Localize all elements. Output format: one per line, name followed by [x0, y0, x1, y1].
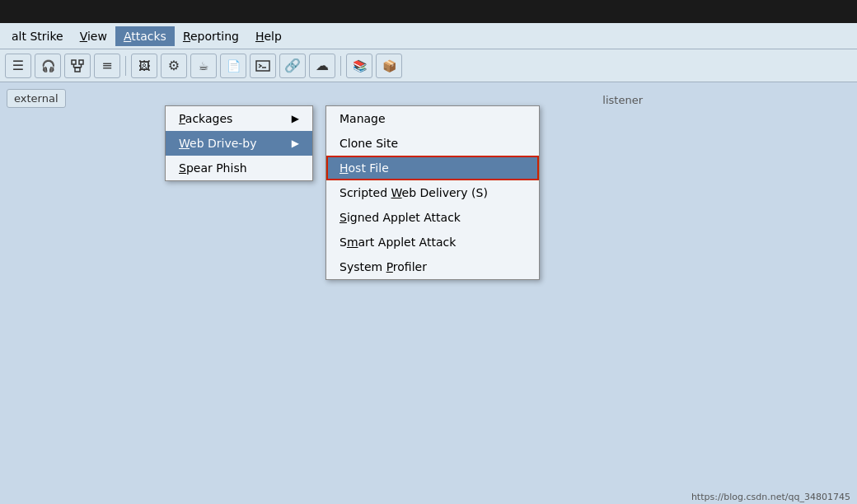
toolbar-link-btn[interactable]: 🔗	[279, 54, 306, 78]
listener-label: listener	[602, 94, 643, 106]
toolbar: ☰ 🎧 ≡ 🖼 ⚙ ☕ 📄 🔗 ☁ 📚 📦	[0, 49, 857, 82]
menu-item-attacks[interactable]: Attacks	[115, 26, 175, 46]
toolbar-menu-btn[interactable]: ☰	[5, 54, 31, 78]
wdb-manage[interactable]: Manage	[326, 106, 539, 131]
svg-rect-7	[256, 61, 269, 71]
toolbar-cloud-btn[interactable]: ☁	[309, 54, 335, 78]
toolbar-coffee-btn[interactable]: ☕	[190, 54, 217, 78]
wdb-scripted-web-delivery[interactable]: Scripted Web Delivery (S)	[326, 180, 539, 205]
toolbar-headphones-btn[interactable]: 🎧	[35, 54, 61, 78]
external-label: external	[7, 89, 66, 108]
packages-arrow: ▶	[292, 113, 299, 124]
main-content: external listener Packages ▶ Web Drive-b…	[0, 82, 857, 504]
toolbar-terminal-btn[interactable]	[250, 54, 276, 78]
statusbar: https://blog.csdn.net/qq_34801745	[685, 490, 857, 504]
menu-item-cobalt-strike[interactable]: alt Strike	[3, 26, 72, 46]
toolbar-image-btn[interactable]: 🖼	[131, 54, 157, 78]
titlebar	[0, 0, 857, 23]
menu-item-view[interactable]: View	[72, 26, 115, 46]
toolbar-sep-1	[125, 56, 126, 76]
attacks-spear-phish[interactable]: Spear Phish	[166, 156, 312, 180]
menu-item-help[interactable]: Help	[247, 26, 290, 46]
toolbar-box-btn[interactable]: 📦	[376, 54, 402, 78]
menu-item-reporting[interactable]: Reporting	[175, 26, 247, 46]
wdb-system-profiler[interactable]: System Profiler	[326, 254, 539, 279]
toolbar-sep-2	[340, 56, 341, 76]
toolbar-list-btn[interactable]: ≡	[94, 54, 120, 78]
wdb-smart-applet-attack[interactable]: Smart Applet Attack	[326, 230, 539, 254]
svg-rect-0	[72, 60, 76, 64]
menubar: alt Strike View Attacks Reporting Help	[0, 23, 857, 49]
toolbar-book-btn[interactable]: 📚	[346, 54, 372, 78]
webdriveby-menu: Manage Clone Site Host File Scripted Web…	[325, 105, 540, 280]
toolbar-gear-btn[interactable]: ⚙	[161, 54, 187, 78]
wdb-host-file[interactable]: Host File	[326, 156, 539, 180]
toolbar-share-btn[interactable]	[64, 54, 91, 78]
wdb-clone-site[interactable]: Clone Site	[326, 131, 539, 156]
svg-rect-1	[79, 60, 83, 64]
toolbar-document-btn[interactable]: 📄	[220, 54, 246, 78]
attacks-packages[interactable]: Packages ▶	[166, 106, 312, 131]
status-url: https://blog.csdn.net/qq_34801745	[691, 492, 850, 502]
attacks-web-drive-by[interactable]: Web Drive-by ▶	[166, 131, 312, 156]
wdb-signed-applet-attack[interactable]: Signed Applet Attack	[326, 205, 539, 230]
attacks-menu: Packages ▶ Web Drive-by ▶ Spear Phish	[165, 105, 313, 181]
web-drive-by-arrow: ▶	[292, 138, 299, 149]
